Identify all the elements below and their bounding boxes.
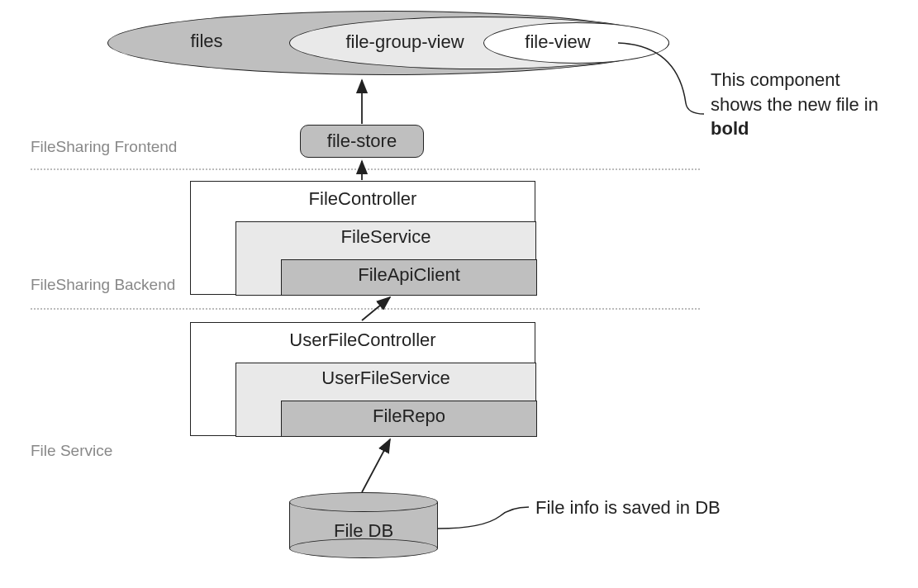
file-db-label: File DB [289,520,438,542]
file-store: file-store [300,125,424,158]
annotation-db: File info is saved in DB [535,496,783,520]
file-service-label: FileService [236,222,535,248]
annotation-file-view-text: This component shows the new file in [711,69,878,115]
diagram-stage: FileSharing Frontend FileSharing Backend… [0,0,918,588]
user-file-service-box: UserFileService FileRepo [235,363,536,437]
file-api-client-box: FileApiClient [281,259,537,296]
section-label-fileservice: File Service [31,442,112,460]
file-controller-label: FileController [191,182,535,216]
user-file-controller-label: UserFileController [191,323,535,358]
section-label-backend: FileSharing Backend [31,276,175,294]
fileservice-controller-box: UserFileController UserFileService FileR… [190,322,535,436]
divider-frontend [31,168,700,170]
file-service-box: FileService FileApiClient [235,221,536,296]
file-repo-label: FileRepo [282,401,536,427]
file-repo-box: FileRepo [281,401,537,437]
file-db-cylinder: File DB [289,492,438,558]
backend-controller-box: FileController FileService FileApiClient [190,181,535,295]
label-file-view: file-view [508,31,607,53]
label-files: files [165,31,248,52]
user-file-service-label: UserFileService [236,363,535,389]
label-file-group-view: file-group-view [331,31,479,53]
file-api-client-label: FileApiClient [282,260,536,286]
annotation-file-view: This component shows the new file in bol… [711,68,892,141]
svg-line-4 [362,439,390,492]
annotation-file-view-bold: bold [711,118,749,139]
section-label-frontend: FileSharing Frontend [31,138,177,156]
divider-backend [31,308,700,310]
